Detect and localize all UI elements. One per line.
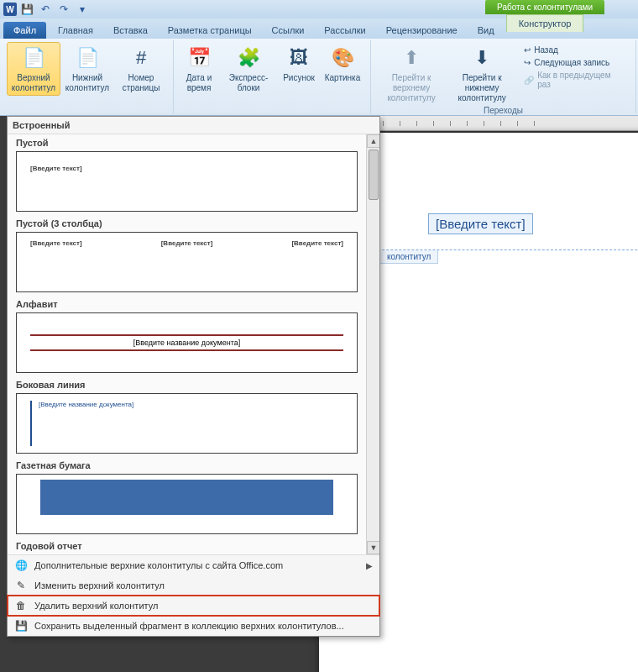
nav-next[interactable]: ↪Следующая запись [524, 58, 624, 67]
menu-save-selection[interactable]: 💾 Сохранить выделенный фрагмент в коллек… [8, 616, 379, 636]
menu-remove-header[interactable]: 🗑 Удалить верхний колонтитул [8, 596, 379, 616]
context-group-label: Работа с колонтитулами [485, 0, 604, 14]
tab-page-layout[interactable]: Разметка страницы [158, 22, 262, 39]
header-placeholder[interactable]: [Введите текст] [428, 213, 533, 234]
preview-newsprint [16, 474, 358, 534]
tab-references[interactable]: Ссылки [262, 22, 315, 39]
preview-alphabet: [Введите название документа] [16, 312, 358, 373]
ribbon-tabs: Файл Главная Вставка Разметка страницы С… [0, 18, 638, 39]
word-app-icon: W [3, 3, 17, 16]
footer-icon: 📄 [74, 45, 101, 71]
tab-mailings[interactable]: Рассылки [314, 22, 375, 39]
tab-home[interactable]: Главная [48, 22, 103, 39]
tab-insert[interactable]: Вставка [103, 22, 158, 39]
tab-designer[interactable]: Конструктор [506, 14, 584, 32]
nav-small-links: ↩Назад ↪Следующая запись 🔗Как в предыдущ… [517, 42, 630, 106]
save-icon[interactable]: 💾 [20, 3, 34, 16]
date-time-label: Дата и время [181, 73, 217, 93]
clipart-label: Картинка [325, 73, 361, 83]
nav-back[interactable]: ↩Назад [524, 45, 624, 55]
group-nav-label: Переходы [484, 106, 523, 115]
calendar-icon: 📅 [186, 45, 212, 71]
picture-icon: 🖼 [285, 45, 312, 71]
goto-header-icon: ⬆ [398, 45, 425, 71]
preview-sideline: [Введите название документа] [16, 393, 358, 454]
edit-header-icon: ✎ [14, 579, 28, 592]
gallery-item-annual[interactable]: Годовой отчет [Введите название документ… [8, 538, 366, 554]
tab-review[interactable]: Рецензирование [376, 22, 468, 39]
header-region-tab: колонтитул [379, 250, 438, 264]
page-number-button[interactable]: # Номер страницы [114, 42, 168, 96]
menu-more-office[interactable]: 🌐 Дополнительные верхние колонтитулы с с… [8, 555, 379, 575]
gallery-area: Пустой [Введите текст] Пустой (3 столбца… [8, 134, 379, 554]
ribbon-group-header-footer: 📄 Верхний колонтитул 📄 Нижний колонтитул… [2, 40, 174, 113]
ribbon-group-insert: 📅 Дата и время 🧩 Экспресс-блоки 🖼 Рисуно… [174, 40, 371, 113]
quick-parts-icon: 🧩 [235, 45, 262, 71]
gallery-item-blank[interactable]: Пустой [Введите текст] [8, 134, 366, 215]
date-time-button[interactable]: 📅 Дата и время [179, 42, 219, 96]
page-number-icon: # [128, 45, 154, 71]
footer-button[interactable]: 📄 Нижний колонтитул [60, 42, 114, 96]
nav-as-prev[interactable]: 🔗Как в предыдущем раз [524, 71, 624, 89]
save-selection-icon: 💾 [14, 619, 28, 633]
menu-edit-header[interactable]: ✎ Изменить верхний колонтитул [8, 575, 379, 596]
qat-customize-icon[interactable]: ▾ [76, 3, 89, 16]
header-button[interactable]: 📄 Верхний колонтитул [7, 42, 60, 96]
gallery-scrollbar[interactable]: ▲ ▼ [366, 134, 379, 554]
gallery-item-blank-3col[interactable]: Пустой (3 столбца) [Введите текст] [Введ… [8, 215, 366, 296]
scroll-thumb[interactable] [369, 150, 379, 200]
chevron-right-icon: ▶ [366, 561, 373, 570]
gallery-section-header: Встроенный [8, 117, 379, 134]
ribbon: 📄 Верхний колонтитул 📄 Нижний колонтитул… [0, 39, 638, 116]
goto-footer-label: Перейти к нижнему колонтитулу [449, 73, 515, 103]
quick-parts-button[interactable]: 🧩 Экспресс-блоки [219, 42, 278, 96]
header-button-label: Верхний колонтитул [9, 73, 58, 93]
gallery-footer-menu: 🌐 Дополнительные верхние колонтитулы с с… [8, 554, 379, 636]
footer-button-label: Нижний колонтитул [63, 73, 112, 93]
header-icon: 📄 [20, 45, 47, 71]
back-icon: ↩ [524, 45, 531, 55]
picture-button[interactable]: 🖼 Рисунок [278, 42, 320, 96]
redo-icon[interactable]: ↷ [57, 3, 71, 16]
gallery-item-newsprint[interactable]: Газетная бумага [8, 457, 366, 538]
clipart-icon: 🎨 [329, 45, 356, 71]
goto-footer-button[interactable]: ⬇ Перейти к нижнему колонтитулу [447, 42, 517, 106]
page-number-label: Номер страницы [117, 73, 165, 93]
clipart-button[interactable]: 🎨 Картинка [320, 42, 365, 96]
ribbon-group-navigation: ⬆ Перейти к верхнему колонтитулу ⬇ Перей… [371, 40, 636, 113]
scroll-up-icon[interactable]: ▲ [367, 134, 379, 148]
quick-parts-label: Экспресс-блоки [222, 73, 275, 93]
preview-blank-3col: [Введите текст] [Введите текст] [Введите… [16, 232, 358, 292]
quick-access-toolbar: 💾 ↶ ↷ ▾ [20, 3, 89, 16]
goto-header-button[interactable]: ⬆ Перейти к верхнему колонтитулу [376, 42, 447, 106]
office-icon: 🌐 [14, 559, 28, 572]
link-prev-icon: 🔗 [524, 76, 534, 85]
preview-blank: [Введите текст] [16, 151, 358, 212]
scroll-down-icon[interactable]: ▼ [367, 541, 379, 554]
goto-footer-icon: ⬇ [468, 45, 495, 71]
header-gallery-dropdown: Встроенный Пустой [Введите текст] Пустой… [7, 116, 380, 637]
remove-header-icon: 🗑 [14, 599, 28, 612]
gallery-item-sideline[interactable]: Боковая линия [Введите название документ… [8, 376, 366, 457]
gallery-item-alphabet[interactable]: Алфавит [Введите название документа] [8, 296, 366, 376]
undo-icon[interactable]: ↶ [39, 3, 52, 16]
goto-header-label: Перейти к верхнему колонтитулу [379, 73, 444, 103]
next-icon: ↪ [524, 58, 531, 67]
tab-file[interactable]: Файл [3, 22, 46, 39]
context-tab-group: Работа с колонтитулами Конструктор [485, 0, 604, 39]
picture-label: Рисунок [283, 73, 315, 83]
